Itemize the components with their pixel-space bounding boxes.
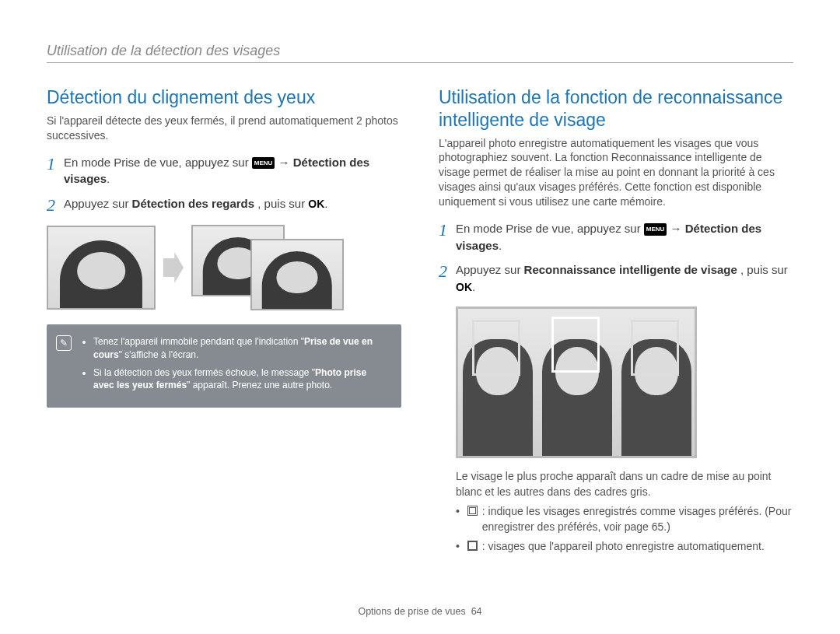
step2-pre: Appuyez sur <box>64 197 132 210</box>
breadcrumb: Utilisation de la détection des visages <box>47 43 793 63</box>
step-number: 1 <box>439 222 456 239</box>
nb2-post: " apparaît. Prenez une autre photo. <box>187 380 332 391</box>
step-1-left: 1 En mode Prise de vue, appuyez sur MENU… <box>47 154 401 188</box>
section-title-smart: Utilisation de la fonction de reconnaiss… <box>439 86 793 131</box>
step-1-right: 1 En mode Prise de vue, appuyez sur MENU… <box>439 220 793 254</box>
intro-blink: Si l'appareil détecte des yeux fermés, i… <box>47 114 401 143</box>
page-footer: Options de prise de vues 64 <box>0 606 840 617</box>
footer-page-number: 64 <box>471 606 482 617</box>
bullet-pref-text: : indique les visages enregistrés comme … <box>482 504 793 534</box>
illustration-smart-recognition <box>456 306 697 458</box>
photo-result-2 <box>250 239 344 310</box>
step-text: En mode Prise de vue, appuyez sur MENU →… <box>456 220 793 254</box>
intro-smart: L'appareil photo enregistre automatiquem… <box>439 136 793 209</box>
right-column: Utilisation de la fonction de reconnaiss… <box>439 86 793 555</box>
step2-bold: Détection des regards <box>132 197 255 210</box>
left-column: Détection du clignement des yeux Si l'ap… <box>47 86 401 555</box>
nb1-post: " s'affiche à l'écran. <box>119 349 199 360</box>
bullet-auto-text: : visages que l'appareil photo enregistr… <box>482 539 765 555</box>
focus-frame-gray <box>472 320 520 376</box>
section-title-blink: Détection du clignement des yeux <box>47 86 401 109</box>
focus-frame-gray <box>631 320 679 376</box>
caption-smart: Le visage le plus proche apparaît dans u… <box>456 469 793 555</box>
preferred-frame-icon <box>467 506 478 516</box>
photo-pair <box>191 225 344 310</box>
illustration-blink <box>47 225 401 310</box>
arrow-icon <box>163 252 184 283</box>
arrow-glyph: → <box>278 156 290 169</box>
r-step2-pre: Appuyez sur <box>456 263 524 276</box>
step-2-left: 2 Appuyez sur Détection des regards , pu… <box>47 195 401 214</box>
arrow-glyph: → <box>670 222 682 235</box>
nb2-pre: Si la détection des yeux fermés échoue, … <box>93 367 315 378</box>
step2-post: , puis sur <box>257 197 308 210</box>
step-text: Appuyez sur Détection des regards , puis… <box>64 195 327 212</box>
step-2-right: 2 Appuyez sur Reconnaissance intelligent… <box>439 261 793 296</box>
auto-frame-icon <box>467 541 478 551</box>
note-bullet-1: Tenez l'appareil immobile pendant que l'… <box>93 335 387 362</box>
note-icon: ✎ <box>56 335 72 351</box>
footer-section-name: Options de prise de vues <box>358 606 465 617</box>
ok-icon: OK <box>308 198 324 210</box>
step-number: 2 <box>47 197 64 214</box>
menu-icon: MENU <box>644 223 667 236</box>
r-step1-pre: En mode Prise de vue, appuyez sur <box>456 222 644 235</box>
step-number: 2 <box>439 263 456 280</box>
r-step2-post: , puis sur <box>740 263 788 276</box>
step-number: 1 <box>47 156 64 173</box>
photo-eyes-closed <box>47 226 156 310</box>
step1-pre: En mode Prise de vue, appuyez sur <box>64 156 252 169</box>
ok-icon: OK <box>456 281 472 293</box>
focus-frame-white <box>551 317 600 373</box>
nb1-pre: Tenez l'appareil immobile pendant que l'… <box>93 336 304 347</box>
step-text: Appuyez sur Reconnaissance intelligente … <box>456 261 793 296</box>
menu-icon: MENU <box>252 157 275 170</box>
caption-line-1: Le visage le plus proche apparaît dans u… <box>456 469 793 499</box>
bullet-auto: • : visages que l'appareil photo enregis… <box>456 539 793 555</box>
note-bullet-2: Si la détection des yeux fermés échoue, … <box>93 366 387 393</box>
step-text: En mode Prise de vue, appuyez sur MENU →… <box>64 154 401 188</box>
note-box: ✎ Tenez l'appareil immobile pendant que … <box>47 324 401 408</box>
bullet-preferred: • : indique les visages enregistrés comm… <box>456 504 793 534</box>
content-columns: Détection du clignement des yeux Si l'ap… <box>47 86 793 555</box>
r-step2-bold: Reconnaissance intelligente de visage <box>524 263 737 276</box>
